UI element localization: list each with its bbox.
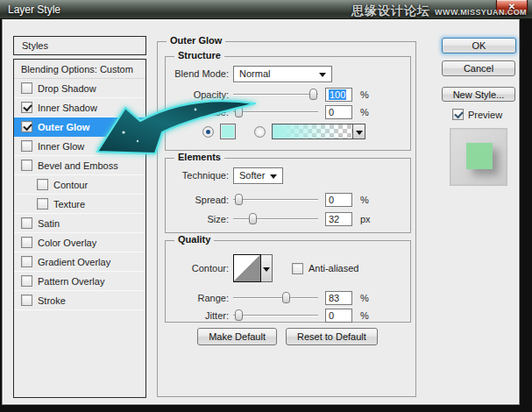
contour-checkbox[interactable]: [37, 179, 48, 190]
contour-label: Contour:: [166, 263, 229, 273]
size-input[interactable]: 32: [325, 212, 352, 226]
new-style-button[interactable]: New Style...: [442, 87, 515, 102]
jitter-label: Jitter:: [166, 310, 229, 321]
size-slider-track[interactable]: [233, 218, 318, 219]
sidebar-item-gradient-overlay[interactable]: Gradient Overlay: [14, 252, 145, 272]
inner-shadow-checkbox[interactable]: [21, 102, 32, 113]
range-unit: %: [360, 293, 369, 303]
sidebar-item-label: Stroke: [38, 295, 66, 306]
noise-unit: %: [360, 107, 369, 117]
jitter-input[interactable]: 0: [325, 309, 352, 323]
opacity-value: 100: [329, 89, 346, 100]
ok-button[interactable]: OK: [442, 38, 516, 53]
contour-thumbnail[interactable]: [233, 254, 261, 282]
preview-green-square: [466, 143, 493, 169]
gradient-dropdown-arrow-icon[interactable]: [353, 124, 365, 139]
sidebar-item-drop-shadow[interactable]: Drop Shadow: [14, 79, 145, 98]
sidebar-item-label: Color Overlay: [38, 238, 96, 248]
size-slider-thumb[interactable]: [249, 213, 257, 224]
spread-slider: [233, 194, 318, 206]
window-title: Layer Style: [8, 4, 60, 16]
jitter-unit: %: [360, 310, 369, 321]
sidebar-item-label: Gradient Overlay: [38, 257, 110, 267]
technique-select[interactable]: Softer: [233, 167, 283, 184]
sidebar-item-outer-glow[interactable]: Outer Glow: [14, 117, 145, 137]
opacity-slider-track[interactable]: [233, 94, 318, 95]
antialiased-checkbox[interactable]: [292, 263, 303, 274]
contour-dropdown-arrow-icon[interactable]: [261, 254, 273, 282]
satin-checkbox[interactable]: [21, 217, 32, 229]
preview-label: Preview: [468, 110, 502, 120]
pattern-overlay-checkbox[interactable]: [21, 275, 32, 287]
blend-mode-label: Blend Mode:: [166, 68, 229, 79]
sidebar-item-label: Drop Shadow: [38, 83, 96, 94]
opacity-unit: %: [360, 89, 369, 100]
sidebar-item-label: Contour: [53, 180, 88, 190]
technique-label: Technique:: [166, 170, 229, 181]
blend-mode-select[interactable]: Normal: [233, 66, 332, 82]
range-label: Range:: [166, 293, 229, 303]
gradient-overlay-checkbox[interactable]: [21, 256, 32, 267]
sidebar-item-label: Pattern Overlay: [38, 276, 104, 287]
reset-default-button[interactable]: Reset to Default: [286, 328, 378, 345]
inner-glow-checkbox[interactable]: [21, 140, 32, 152]
noise-value: 0: [329, 107, 334, 117]
noise-slider-track[interactable]: [233, 111, 318, 112]
sidebar-item-label: Inner Shadow: [38, 103, 97, 113]
styles-list: Blending Options: Custom Drop Shadow Inn…: [13, 59, 146, 398]
range-input[interactable]: 83: [325, 291, 352, 305]
size-label: Size:: [166, 214, 229, 224]
range-slider-track[interactable]: [233, 297, 318, 298]
outer-glow-checkbox[interactable]: [21, 121, 32, 132]
sidebar-item-bevel-emboss[interactable]: Bevel and Emboss: [14, 156, 145, 175]
panel-title: Outer Glow: [167, 35, 225, 46]
opacity-input[interactable]: 100: [325, 88, 352, 102]
sidebar-item-color-overlay[interactable]: Color Overlay: [14, 233, 145, 252]
styles-header: Styles: [13, 36, 146, 55]
opacity-slider: [233, 89, 318, 101]
noise-slider-thumb[interactable]: [235, 106, 243, 117]
technique-value: Softer: [239, 170, 265, 181]
sidebar-item-label: Satin: [38, 218, 60, 229]
jitter-slider: [233, 309, 318, 322]
sidebar-item-stroke[interactable]: Stroke: [14, 291, 145, 310]
spread-value: 0: [329, 195, 334, 205]
cancel-button[interactable]: Cancel: [442, 60, 515, 76]
sidebar-item-inner-shadow[interactable]: Inner Shadow: [14, 98, 145, 117]
glow-gradient-bar[interactable]: [272, 124, 353, 139]
sidebar-item-contour[interactable]: Contour: [14, 175, 145, 195]
noise-label: Noise:: [166, 107, 229, 117]
glow-color-swatch[interactable]: [220, 124, 236, 139]
sidebar-item-pattern-overlay[interactable]: Pattern Overlay: [14, 272, 145, 291]
dropdown-arrow-icon: [270, 174, 277, 179]
bevel-emboss-checkbox[interactable]: [21, 160, 32, 171]
close-button[interactable]: ✕: [496, 0, 528, 15]
spread-slider-thumb[interactable]: [235, 194, 243, 205]
quality-title: Quality: [174, 234, 214, 245]
texture-checkbox[interactable]: [37, 198, 48, 210]
sidebar-item-label: Outer Glow: [38, 122, 89, 132]
spread-unit: %: [360, 195, 369, 205]
sidebar-item-inner-glow[interactable]: Inner Glow: [14, 137, 145, 156]
opacity-slider-thumb[interactable]: [309, 89, 317, 100]
glow-gradient-radio[interactable]: [254, 126, 266, 138]
noise-input[interactable]: 0: [325, 105, 352, 119]
spread-input[interactable]: 0: [325, 193, 352, 207]
close-icon: ✕: [508, 2, 515, 11]
elements-group: Elements Technique: Softer Spread: 0 %: [165, 158, 411, 233]
glow-color-radio[interactable]: [202, 126, 214, 138]
sidebar-item-satin[interactable]: Satin: [14, 214, 145, 233]
title-bar[interactable]: Layer Style: [0, 0, 532, 19]
spread-slider-track[interactable]: [233, 199, 318, 200]
sidebar-item-blending-options[interactable]: Blending Options: Custom: [14, 60, 145, 79]
stroke-checkbox[interactable]: [21, 295, 32, 306]
range-slider-thumb[interactable]: [282, 292, 290, 303]
sidebar-item-texture[interactable]: Texture: [14, 195, 145, 214]
jitter-slider-track[interactable]: [233, 315, 318, 316]
preview-checkbox[interactable]: [452, 109, 464, 120]
color-overlay-checkbox[interactable]: [21, 237, 32, 248]
drop-shadow-checkbox[interactable]: [21, 82, 32, 94]
jitter-slider-thumb[interactable]: [235, 309, 243, 321]
make-default-button[interactable]: Make Default: [197, 328, 277, 345]
sidebar-item-label: Bevel and Emboss: [38, 160, 118, 171]
